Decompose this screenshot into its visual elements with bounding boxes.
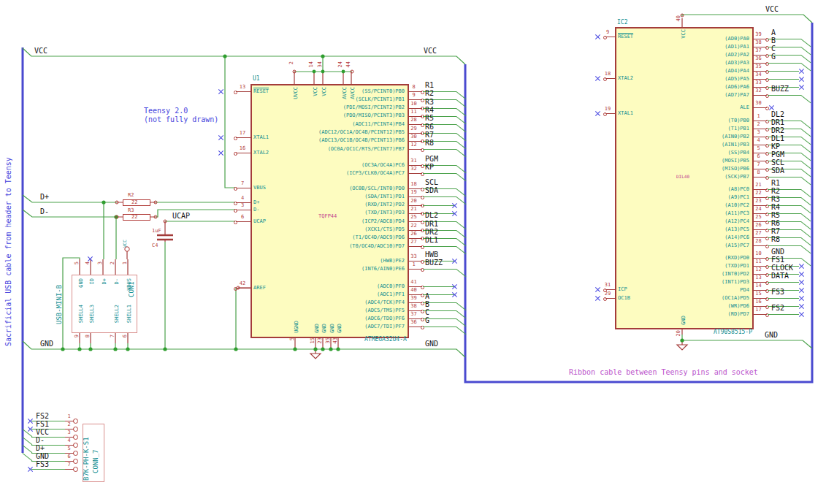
pin-row[interactable]: 17XTAL1 bbox=[212, 133, 251, 142]
pin-row[interactable]: (SCLK/PCINT1)PB1 9 R2 bbox=[251, 95, 467, 104]
pin-name: XTAL1 bbox=[253, 134, 269, 140]
pin-column[interactable]: 3D+ bbox=[103, 261, 110, 305]
pin-column[interactable]: SHELL16 bbox=[128, 303, 135, 343]
net-label: DR1 bbox=[771, 119, 784, 126]
pin-name: (SDA/INT1)PD1 bbox=[364, 194, 405, 199]
sacrificial-cable-note: Sacrificial USB cable from header to Tee… bbox=[4, 155, 12, 346]
pin-number: 10 bbox=[407, 101, 421, 107]
pin-number: 3 bbox=[64, 429, 74, 435]
pin-row[interactable]: 6UCAP bbox=[212, 217, 251, 226]
pin-row[interactable]: (AD7)PA732BUZZ bbox=[615, 91, 814, 99]
pin-column[interactable]: 5GND bbox=[80, 261, 87, 305]
pin-name: GND bbox=[78, 278, 84, 288]
net-label: FS3 bbox=[771, 289, 784, 296]
pin-row[interactable]: 29OC1B bbox=[594, 294, 615, 302]
pin-name: (ADC12/OC1A/OC4B/PCINT12)PB5 bbox=[318, 129, 405, 135]
pin-number: 29 bbox=[602, 291, 613, 297]
pin-row[interactable]: 13RESET bbox=[212, 87, 251, 96]
net-label: R7 bbox=[425, 131, 434, 139]
pin-number: 36 bbox=[752, 56, 765, 61]
net-label: R3 bbox=[771, 196, 780, 203]
pin-number: 7 bbox=[64, 462, 74, 467]
pin-terminal bbox=[73, 459, 78, 464]
pin-name: RESET bbox=[253, 88, 269, 94]
pin-row[interactable]: (SDA/INT1)PD119SDA bbox=[251, 192, 467, 201]
pin-column[interactable]: 1VBUS bbox=[128, 261, 135, 305]
usb-value: USB-MINI-B bbox=[56, 276, 63, 324]
pin-row[interactable]: FS37 bbox=[28, 465, 83, 473]
pin-row[interactable]: 9RESET bbox=[594, 32, 615, 41]
pin-number: 1 bbox=[752, 113, 765, 119]
pin-number: 10 bbox=[752, 251, 765, 256]
pin-row[interactable]: (PDO/MISO/PCINT3)PB3 11 R4 bbox=[251, 112, 467, 121]
pin-stub bbox=[236, 137, 251, 138]
pin-number: 9 bbox=[407, 92, 421, 98]
pin-row[interactable]: 3D- bbox=[212, 205, 251, 214]
no-connect-icon bbox=[452, 292, 457, 297]
pin-name: XTAL2 bbox=[618, 75, 633, 81]
net-label: R4 bbox=[771, 204, 780, 211]
pin-row[interactable]: (ADC12/OC1A/OC4B/PCINT12)PB5 29 R6 bbox=[251, 129, 467, 137]
pin-row[interactable]: (RXD/INT2)PD220 bbox=[251, 201, 467, 210]
pin-column[interactable]: 43GND bbox=[338, 310, 345, 349]
pin-number: 20 bbox=[407, 198, 421, 204]
pin-row[interactable]: (OC0A/OC1C/RTS/PCINT7)PB7 12 R8 bbox=[251, 145, 467, 153]
teensy-note-line1: Teensy 2.0 bbox=[144, 107, 188, 115]
pin-name: (MOSI)PB5 bbox=[722, 158, 749, 164]
pin-number: 17 bbox=[235, 130, 250, 136]
pin-terminal bbox=[73, 451, 78, 456]
pin-terminal bbox=[234, 287, 237, 291]
pin-row[interactable]: 19XTAL1 bbox=[594, 109, 615, 118]
pin-name: (A13)PC5 bbox=[724, 226, 749, 232]
pin-row[interactable]: (T0/OC4D/ADC10)PD727DL1 bbox=[251, 242, 467, 251]
net-label-dplus: D+ bbox=[40, 194, 49, 201]
net-label-gnd: GND bbox=[425, 340, 438, 348]
pin-terminal bbox=[234, 152, 237, 156]
pin-name: (TXD/INT3)PD3 bbox=[364, 210, 405, 215]
pin-row[interactable]: (RD)PD717FS2 bbox=[615, 310, 814, 318]
pin-number: 6 bbox=[64, 454, 74, 459]
no-connect-icon bbox=[452, 284, 457, 289]
pin-row[interactable]: (ICP3/CLK0/OC4A)PC732KP bbox=[251, 169, 467, 177]
pin-row[interactable]: (ADC13/OC1B/OC4B/PCINT13)PB6 30 R7 bbox=[251, 137, 467, 145]
pin-row[interactable]: (PDI/MOSI/PCINT2)PB2 10 R3 bbox=[251, 104, 467, 112]
pin-row[interactable]: (ADC7/TDI)PF736G bbox=[251, 322, 467, 331]
pin-name: (HWB)PE2 bbox=[380, 258, 405, 264]
pin-name: (XCK1/CTS)PD5 bbox=[364, 226, 405, 232]
pin-row[interactable]: (INT6/AIN0)PE61BUZZ bbox=[251, 264, 467, 273]
pin-column[interactable]: 5UGND bbox=[295, 310, 302, 349]
net-label-ucap: UCAP bbox=[172, 213, 190, 220]
pin-number: 5 bbox=[289, 337, 295, 340]
pin-name: (PDO/MISO/PCINT3)PB3 bbox=[343, 112, 405, 118]
net-label: D+ bbox=[36, 445, 45, 452]
pin-row[interactable]: (OC3A/OC4A)PC631PGM bbox=[251, 161, 467, 169]
pin-number: 2 bbox=[64, 421, 74, 427]
pin-terminal bbox=[234, 187, 237, 191]
pin-column[interactable]: 2D- bbox=[115, 261, 123, 305]
net-label: SDA bbox=[425, 187, 438, 194]
pin-row[interactable]: 42AREF bbox=[212, 283, 251, 292]
pin-column[interactable]: SHELL38 bbox=[91, 303, 98, 343]
pin-number: 14 bbox=[752, 283, 765, 289]
pin-number: 23 bbox=[317, 337, 323, 343]
pin-row[interactable]: (SCK)PB78SDA bbox=[615, 172, 814, 181]
pin-column[interactable]: 20GND bbox=[682, 310, 689, 347]
pin-row[interactable]: (ADC11/PCINT4)PB4 28 R5 bbox=[251, 120, 467, 129]
pin-number: 8 bbox=[407, 84, 421, 90]
pin-number: 24 bbox=[752, 206, 765, 212]
net-wire bbox=[423, 196, 456, 197]
pin-row[interactable]: 16XTAL2 bbox=[212, 148, 251, 157]
pin-name: (AIN1)PB3 bbox=[722, 142, 749, 148]
pin-column[interactable]: 4ID bbox=[91, 261, 98, 305]
pin-row[interactable]: 18XTAL2 bbox=[594, 74, 615, 83]
pin-name: (AD1)PA1 bbox=[724, 44, 749, 50]
pin-name: VBUS bbox=[126, 278, 132, 291]
pin-number: 37 bbox=[752, 47, 765, 53]
pin-row[interactable]: (SS/PCINT0)PB0 8 R1 bbox=[251, 87, 467, 96]
pin-column[interactable]: 40VCC bbox=[682, 6, 689, 46]
pin-name: (RD)PD7 bbox=[727, 311, 749, 317]
pin-stub bbox=[408, 246, 422, 247]
u1-reference: U1 bbox=[253, 75, 260, 82]
pin-row[interactable]: 7VBUS bbox=[212, 183, 251, 192]
pin-name: (INT6/AIN0)PE6 bbox=[362, 266, 405, 272]
